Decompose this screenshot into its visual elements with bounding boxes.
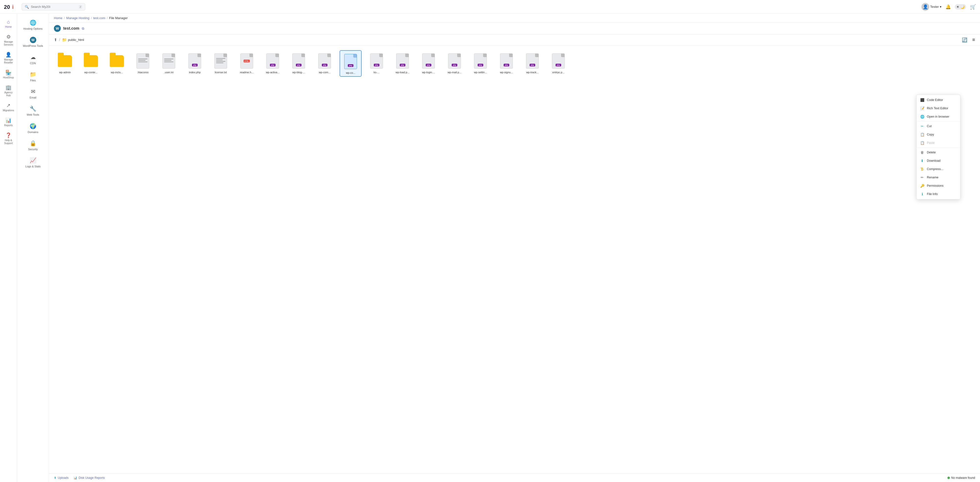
ctx-label-file-info: File Info: [927, 192, 938, 196]
file-manager: ⬆ / 📁 public_html 🔄 ≡: [49, 35, 980, 482]
file-name: index.php: [189, 71, 200, 74]
list-item[interactable]: php wp-com...: [313, 50, 336, 77]
search-input[interactable]: [31, 5, 77, 9]
logo[interactable]: 20 i: [4, 3, 16, 11]
folder-icon-wp-includes: [109, 52, 125, 70]
context-menu-rename[interactable]: ✏ Rename: [916, 173, 960, 181]
search-shortcut: /: [79, 5, 82, 9]
disk-usage-button[interactable]: 📊 Disk Usage Reports: [73, 476, 105, 480]
list-item[interactable]: php wp-activa...: [262, 50, 284, 77]
file-icon-user-ini: [161, 52, 177, 70]
ctx-label-rich-text-editor: Rich Text Editor: [927, 107, 948, 110]
context-menu-cut[interactable]: ✂ Cut: [916, 122, 960, 130]
list-item[interactable]: wp-admin: [54, 50, 76, 77]
breadcrumb-sep-2: /: [91, 16, 92, 20]
file-icon-wp-mail: php: [447, 52, 462, 70]
context-menu-file-info[interactable]: ℹ File Info: [916, 190, 960, 198]
sidebar-item-reports[interactable]: 📊 Reports: [1, 115, 16, 129]
breadcrumb-home[interactable]: Home: [54, 16, 62, 20]
cut-icon: ✂: [920, 124, 924, 129]
list-item[interactable]: .htaccess: [132, 50, 154, 77]
sidebar-item-home[interactable]: ⌂ Home: [1, 17, 16, 31]
menu-button[interactable]: ≡: [972, 37, 975, 43]
list-item[interactable]: php xmlrpc.p...: [547, 50, 570, 77]
list-item[interactable]: php wp-mail.p...: [444, 50, 466, 77]
files-grid: wp-admin wp-conte...: [49, 45, 980, 473]
sidebar2-cdn[interactable]: ☁ CDN: [19, 51, 47, 68]
list-item[interactable]: php wp-load.p...: [391, 50, 414, 77]
search-bar[interactable]: 🔍 /: [22, 3, 85, 11]
bottom-bar: ⬆ Uploads 📊 Disk Usage Reports No malwar…: [49, 473, 980, 482]
navigate-up-button[interactable]: ⬆: [54, 38, 57, 42]
user-profile[interactable]: 👤 Tester ▾: [921, 3, 942, 11]
sidebar2-domains[interactable]: 🌍 Domains: [19, 120, 47, 137]
sidebar-item-manage-services[interactable]: ⚙ Manage Services: [1, 31, 16, 49]
domain-copy-icon[interactable]: ⧉: [82, 27, 84, 31]
nav-label-home: Home: [5, 25, 12, 29]
cart-icon[interactable]: 🛒: [970, 4, 976, 10]
ctx-label-permissions: Permissions: [927, 184, 943, 188]
list-item[interactable]: .user.ini: [158, 50, 180, 77]
sidebar2-wordpress-tools[interactable]: W WordPress Tools: [19, 34, 47, 51]
breadcrumb-manage-hosting[interactable]: Manage Hosting: [66, 16, 89, 20]
disk-usage-icon: 📊: [73, 476, 77, 480]
context-menu-paste: 📋 Paste: [916, 139, 960, 147]
sidebar2-hosting-options[interactable]: 🌐 Hosting Options: [19, 17, 47, 33]
file-name: wp-activa...: [266, 71, 280, 74]
file-name: ks-...: [374, 71, 380, 74]
list-item[interactable]: license.txt: [210, 50, 232, 77]
sidebar-item-manage-reseller[interactable]: 👤 Manage Reseller: [1, 49, 16, 67]
context-menu-compress[interactable]: 🗜 Compress...: [916, 165, 960, 173]
sidebar2-logs-stats[interactable]: 📈 Logs & Stats: [19, 154, 47, 171]
light-mode-icon: ☀: [956, 5, 959, 9]
nav-label-agency-hub: Agency Hub: [3, 91, 14, 97]
notifications-icon[interactable]: 🔔: [945, 4, 951, 10]
file-icon-wp-co-selected: php: [343, 52, 358, 70]
rich-text-editor-icon: 📝: [920, 106, 924, 111]
open-browser-icon: 🌐: [920, 115, 924, 119]
sidebar-item-help-support[interactable]: ❓ Help & Support: [1, 130, 16, 147]
list-item[interactable]: php index.php: [184, 50, 206, 77]
file-name: wp-mail.p...: [448, 71, 461, 74]
sidebar2-web-tools[interactable]: 🔧 Web Tools: [19, 103, 47, 119]
domains-icon: 🌍: [30, 123, 36, 129]
context-menu-delete[interactable]: 🗑 Delete: [916, 148, 960, 157]
list-item[interactable]: php wp-signu...: [495, 50, 517, 77]
sidebar2-security[interactable]: 🔒 Security: [19, 137, 47, 154]
sidebar2-label-domains: Domains: [28, 130, 38, 134]
sidebar2-email[interactable]: ✉ Email: [19, 86, 47, 102]
list-item[interactable]: php wp-track...: [521, 50, 543, 77]
list-item[interactable]: php ks-...: [366, 50, 388, 77]
context-menu-code-editor[interactable]: ⬛ Code Editor: [916, 96, 960, 104]
list-item[interactable]: php wp-login....: [417, 50, 439, 77]
list-item[interactable]: php wp-settin...: [469, 50, 492, 77]
file-name: wp-load.p...: [396, 71, 410, 74]
list-item[interactable]: php wp-blog-...: [288, 50, 310, 77]
context-menu-permissions[interactable]: 🔑 Permissions: [916, 181, 960, 190]
context-menu-rich-text-editor[interactable]: 📝 Rich Text Editor: [916, 104, 960, 113]
uploads-button[interactable]: ⬆ Uploads: [54, 476, 68, 480]
malware-status-dot: [947, 477, 950, 479]
files-icon: 📁: [30, 71, 36, 78]
refresh-button[interactable]: 🔄: [962, 37, 967, 43]
ctx-label-download: Download: [927, 159, 940, 162]
list-item[interactable]: php wp-co...: [340, 50, 362, 77]
code-editor-icon: ⬛: [920, 98, 924, 102]
sidebar2-label-logs-stats: Logs & Stats: [25, 165, 40, 168]
theme-toggle[interactable]: ☀ 🌙: [955, 4, 966, 10]
context-menu-open-browser[interactable]: 🌐 Open in browser: [916, 113, 960, 121]
sidebar-item-agency-hub[interactable]: 🏢 Agency Hub: [1, 82, 16, 100]
domain-name: test.com: [63, 26, 80, 31]
list-item[interactable]: wp-inclu...: [106, 50, 128, 77]
breadcrumb-testcom[interactable]: test.com: [93, 16, 105, 20]
path-folder-name: public_html: [68, 38, 84, 42]
context-menu-download[interactable]: ⬇ Download: [916, 157, 960, 165]
sidebar-item-migrations[interactable]: ↗ Migrations: [1, 100, 16, 115]
list-item[interactable]: HTML readme.h...: [236, 50, 258, 77]
list-item[interactable]: wp-conte...: [80, 50, 102, 77]
context-menu-copy[interactable]: 📋 Copy: [916, 130, 960, 139]
copy-icon: 📋: [920, 132, 924, 137]
sidebar2-files[interactable]: 📁 Files: [19, 68, 47, 85]
sidebar-item-hostshop[interactable]: 🏪 HostShop: [1, 67, 16, 81]
avatar: 👤: [921, 3, 929, 11]
